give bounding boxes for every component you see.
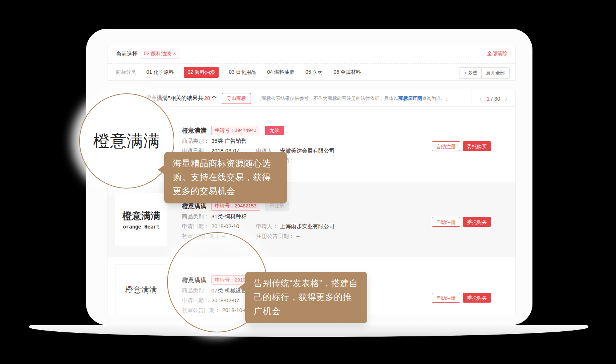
date-applicant-field: 申请日期：2018-02-10 申请人：上海雨步实业有限公司 [182, 223, 335, 231]
category-tab-06[interactable]: 06 金属材料 [333, 67, 361, 78]
trademark-thumbnail-text: 橙意满满 [122, 210, 160, 222]
field-value: 上海雨步实业有限公司 [280, 223, 335, 229]
entrust-buy-button[interactable]: 委托购买 [463, 217, 491, 227]
close-icon[interactable]: × [173, 51, 176, 57]
callout-text: 海量精品商标资源随心选购。支持在线交易，获得更多的交易机会 [173, 158, 271, 196]
trademark-thumbnail: 橙意满满 orange Heart [115, 193, 167, 246]
trademark-title-line: 橙意满满 申请号：29474941 无效 [182, 126, 284, 135]
category-field: 商品类别：35类-广告销售 [182, 138, 247, 146]
entrust-buy-button[interactable]: 委托购买 [463, 293, 491, 303]
self-register-button[interactable]: 自助注册 [432, 141, 460, 151]
trademark-name: 橙意满满 [182, 126, 207, 135]
device-base [29, 325, 588, 337]
trademark-thumbnail-subtext: orange Heart [123, 224, 159, 230]
pagination-total: 30 [494, 96, 500, 102]
pagination: ‹ 1 / 30 › [471, 90, 515, 107]
category-tab-05[interactable]: 05 医药 [305, 67, 323, 78]
field-value: 35类-广告销售 [211, 138, 247, 144]
magnified-trademark-text: 橙意满满 [93, 130, 160, 152]
pagination-separator: / [491, 96, 493, 102]
application-number-value: 29482153 [235, 203, 256, 209]
trademark-thumbnail: 橙意满满 [115, 264, 167, 315]
category-row-label: 商标分类 [116, 69, 136, 76]
results-count: 28 [204, 95, 210, 101]
multi-select-button[interactable]: +多选 [459, 67, 482, 79]
results-header: 为您检索到“橙意满满”相关的结果共28个 导出商标 （商标检索结果仅供参考，不作… [108, 90, 515, 107]
field-value: 31类-饲料种籽 [211, 213, 247, 219]
selected-filter-tag-label: 02 颜料油漆 [144, 50, 171, 57]
field-value: 安徽美达会展有限公司 [280, 147, 335, 154]
application-number-value: 29474941 [235, 128, 256, 133]
category-tab-01[interactable]: 01 化学原料 [146, 67, 174, 78]
category-tabs: 01 化学原料 02 颜料油漆 03 日化用品 04 燃料油脂 05 医药 06… [146, 67, 362, 78]
results-summary-middle: 相关的结果共 [170, 95, 203, 101]
field-value: – [296, 157, 299, 163]
field-label: 注册公告日期： [256, 233, 294, 239]
field-label: 商品类别： [182, 138, 209, 144]
category-tab-03[interactable]: 03 日化用品 [228, 67, 257, 78]
callout-arrow-icon [158, 165, 165, 174]
callout-arrow-icon [239, 283, 246, 292]
disclaimer-close: 查询为准。） [422, 96, 450, 101]
selected-filter-tag[interactable]: 02 颜料油漆 × [140, 49, 180, 59]
chevron-right-icon[interactable]: › [505, 95, 507, 102]
clear-all-button[interactable]: 全部清除 [487, 50, 507, 57]
current-selection-row: 当前选择 02 颜料油漆 × 全部清除 [108, 45, 515, 63]
trademark-thumbnail-text: 橙意满满 [125, 285, 157, 295]
category-tab-02-active[interactable]: 02 颜料油漆 [184, 67, 218, 78]
chevron-left-icon[interactable]: ‹ [479, 95, 482, 102]
callout-text: 告别传统“发表格”，搭建自己的标行，获得更多的推广机会 [254, 278, 358, 316]
application-number-badge: 申请号：29474941 [211, 126, 260, 135]
field-value: 2018-02-10 [211, 223, 239, 229]
field-label: 申请人： [256, 223, 278, 229]
disclaimer-text: （商标检索结果仅供参考，不作为商标能否注册的法律依据；具体以商标局官网查询为准。… [257, 95, 450, 102]
filter-panel: 当前选择 02 颜料油漆 × 全部清除 商标分类 01 化学原料 02 颜料油漆… [107, 45, 516, 81]
callout-promotion: 告别传统“发表格”，搭建自己的标行，获得更多的推广机会 [245, 272, 367, 323]
status-badge-invalid: 无效 [265, 126, 284, 135]
self-register-button[interactable]: 自助注册 [432, 217, 460, 227]
results-count-unit: 个 [211, 95, 217, 101]
category-tab-04[interactable]: 04 燃料油脂 [266, 67, 295, 78]
category-field: 商品类别：31类-饲料种籽 [182, 213, 247, 221]
field-value: – [296, 233, 299, 239]
expand-all-button[interactable]: 展开全部 [481, 67, 510, 79]
self-register-button[interactable]: 自助注册 [432, 293, 460, 303]
application-number-label: 申请号： [215, 128, 235, 133]
trademark-office-link[interactable]: 商标局官网 [398, 96, 422, 101]
callout-marketplace: 海量精品商标资源随心选购。支持在线交易，获得更多的交易机会 [164, 152, 287, 203]
category-row: 商标分类 01 化学原料 02 颜料油漆 03 日化用品 04 燃料油脂 05 … [108, 63, 515, 81]
pagination-current: 1 [487, 96, 490, 102]
field-label: 申请日期： [182, 223, 209, 229]
marketing-screenshot: 当前选择 02 颜料油漆 × 全部清除 商标分类 01 化学原料 02 颜料油漆… [0, 0, 616, 364]
entrust-buy-button[interactable]: 委托购买 [463, 141, 491, 151]
disclaimer-open: （商标检索结果仅供参考，不作为商标能否注册的法律依据；具体以 [257, 96, 398, 101]
current-selection-label: 当前选择 [116, 50, 138, 57]
export-trademarks-button[interactable]: 导出商标 [222, 93, 251, 104]
multi-select-label: 多选 [468, 70, 477, 76]
application-number-label: 申请号： [215, 203, 235, 209]
field-label: 商品类别： [182, 213, 209, 219]
plus-icon: + [464, 70, 467, 76]
